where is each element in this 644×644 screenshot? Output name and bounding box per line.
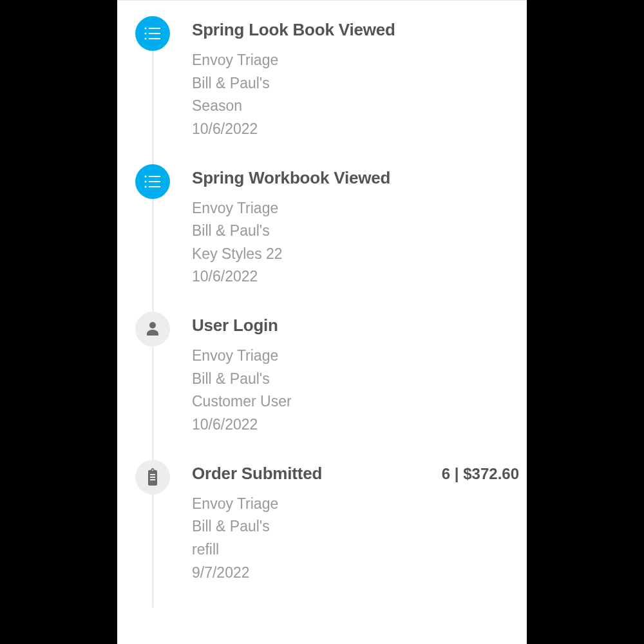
activity-details: Envoy Triage Bill & Paul's refill 9/7/20…	[192, 493, 519, 585]
user-icon	[135, 312, 170, 346]
detail-line: 10/6/2022	[192, 413, 519, 437]
activity-feed: Spring Look Book Viewed Envoy Triage Bil…	[117, 0, 527, 644]
detail-line: Key Styles 22	[192, 243, 519, 266]
activity-details: Envoy Triage Bill & Paul's Customer User…	[192, 345, 519, 437]
detail-line: Envoy Triage	[192, 493, 519, 516]
detail-line: Envoy Triage	[192, 49, 519, 72]
detail-line: 10/6/2022	[192, 118, 519, 141]
detail-line: refill	[192, 538, 519, 562]
svg-point-6	[145, 175, 147, 177]
svg-point-10	[145, 185, 147, 187]
detail-line: Envoy Triage	[192, 197, 519, 220]
detail-line: 9/7/2022	[192, 562, 519, 585]
activity-title: User Login	[192, 316, 278, 336]
detail-line: Bill & Paul's	[192, 220, 519, 243]
detail-line: Bill & Paul's	[192, 72, 519, 95]
timeline-content: Spring Look Book Viewed Envoy Triage Bil…	[170, 16, 519, 141]
clipboard-icon	[135, 460, 170, 495]
detail-line: Customer User	[192, 390, 519, 413]
activity-title: Order Submitted	[192, 464, 322, 484]
svg-point-8	[145, 180, 147, 182]
detail-line: Bill & Paul's	[192, 368, 519, 391]
timeline-item[interactable]: Order Submitted 6 | $372.60 Envoy Triage…	[135, 460, 519, 608]
timeline-content: User Login Envoy Triage Bill & Paul's Cu…	[170, 312, 519, 437]
svg-point-4	[145, 38, 147, 40]
activity-details: Envoy Triage Bill & Paul's Key Styles 22…	[192, 197, 519, 289]
detail-line: Season	[192, 95, 519, 118]
activity-title: Spring Look Book Viewed	[192, 20, 395, 40]
detail-line: Bill & Paul's	[192, 515, 519, 538]
timeline-content: Order Submitted 6 | $372.60 Envoy Triage…	[170, 460, 519, 585]
detail-line: Envoy Triage	[192, 345, 519, 368]
list-icon	[135, 164, 170, 199]
timeline-item[interactable]: Spring Workbook Viewed Envoy Triage Bill…	[135, 164, 519, 312]
activity-meta: 6 | $372.60	[442, 465, 519, 483]
activity-title: Spring Workbook Viewed	[192, 168, 390, 188]
timeline-item[interactable]: Spring Look Book Viewed Envoy Triage Bil…	[135, 16, 519, 164]
svg-point-2	[145, 33, 147, 35]
timeline-item[interactable]: User Login Envoy Triage Bill & Paul's Cu…	[135, 312, 519, 460]
list-icon	[135, 16, 170, 51]
activity-details: Envoy Triage Bill & Paul's Season 10/6/2…	[192, 49, 519, 141]
timeline-content: Spring Workbook Viewed Envoy Triage Bill…	[170, 164, 519, 289]
svg-point-0	[145, 28, 147, 30]
detail-line: 10/6/2022	[192, 265, 519, 289]
